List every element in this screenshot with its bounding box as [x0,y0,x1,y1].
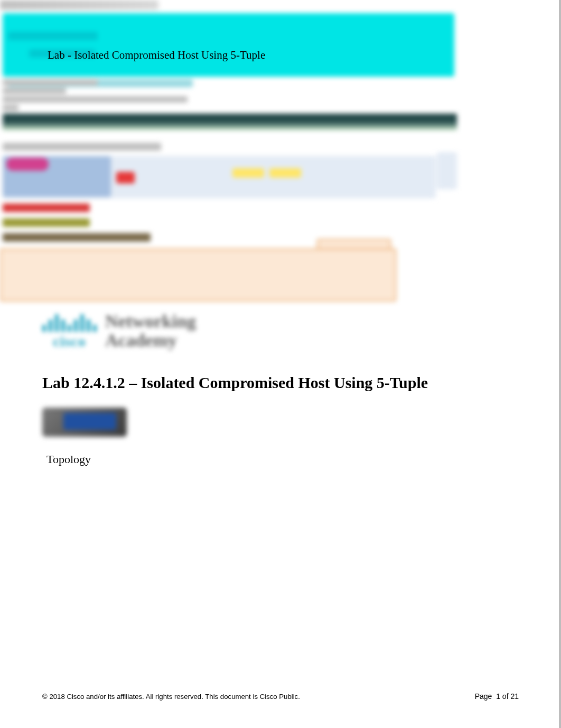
academy-text: Academy [105,331,196,350]
page-of: of [502,692,509,701]
networking-text: Networking [105,312,196,331]
total-pages: 21 [510,692,519,701]
blurred-mid-region [0,143,460,312]
current-page: 1 [496,692,500,701]
page-number-info: Page 1 of 21 [475,692,519,701]
cisco-brand-text: cisco [53,333,86,350]
scrollbar-placeholder [559,0,561,728]
ndg-logo [42,408,127,437]
cisco-networking-academy-logo: cisco Networking Academy [42,312,550,350]
page-footer: © 2018 Cisco and/or its affiliates. All … [42,692,519,701]
copyright-text: © 2018 Cisco and/or its affiliates. All … [42,693,300,701]
document-content: cisco Networking Academy Lab 12.4.1.2 – … [42,312,550,466]
blurred-top-region [0,0,460,137]
lab-main-title: Lab 12.4.1.2 – Isolated Compromised Host… [42,374,550,392]
topology-heading: Topology [46,453,550,466]
header-lab-label: Lab - Isolated Compromised Host Using 5-… [48,49,364,62]
page-label: Page [475,692,492,701]
